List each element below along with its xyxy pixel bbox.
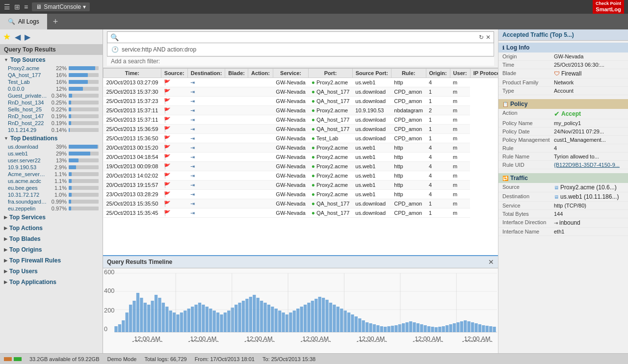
iface-name-row: Interface Name eth1	[498, 228, 628, 236]
svg-rect-50	[267, 305, 270, 332]
table-row[interactable]: 23/Oct/2013 03:28:29🚩⇥GW-Nevada● Proxy2.…	[104, 190, 498, 199]
cell-service: http	[391, 181, 426, 190]
table-row[interactable]: 25/Oct/2013 15:37:23🚩⇥GW-Nevada● QA_host…	[104, 97, 498, 106]
star-icon[interactable]: ★	[3, 31, 11, 42]
status-bar: 33.2GB available of 59.22GB Demo Mode To…	[0, 353, 628, 364]
table-row[interactable]: 20/Oct/2013 03:27:09🚩⇥GW-Nevada● Proxy2.…	[104, 78, 498, 87]
sidebar-source-item[interactable]: 0.0.0.0 12%	[0, 85, 103, 92]
log-table-container[interactable]: Time:Source:Destination:Blade:Action:Ser…	[103, 68, 498, 255]
sidebar-source-item[interactable]: RnD_host_222 0.19%	[0, 120, 103, 127]
sidebar-source-item[interactable]: RnD_host_147 0.19%	[0, 113, 103, 120]
cell-dest2: us.download	[352, 97, 391, 106]
top-services-toggle[interactable]: ▶ Top Services	[0, 212, 103, 223]
table-row[interactable]: 25/Oct/2013 15:37:30🚩⇥GW-Nevada● QA_host…	[104, 87, 498, 97]
table-column-header[interactable]: Destination:	[187, 69, 225, 78]
sidebar-dest-item[interactable]: Acme_server_int 1.1%	[0, 171, 103, 178]
forward-icon[interactable]: ▶	[25, 32, 30, 42]
table-column-header[interactable]: Port:	[309, 69, 353, 78]
cell-source-name: ● Test_Lab	[309, 134, 353, 143]
top-destinations-toggle[interactable]: ▼ Top Destinations	[0, 133, 103, 143]
cell-sp: m	[450, 106, 470, 115]
refresh-icon[interactable]: ↻	[479, 34, 484, 41]
table-row[interactable]: 25/Oct/2013 15:35:45🚩⇥GW-Nevada● QA_host…	[104, 208, 498, 218]
list-icon[interactable]: ≡	[24, 3, 28, 11]
table-column-header[interactable]: Service:	[273, 69, 308, 78]
tab-all-logs[interactable]: 🔍 All Logs	[0, 14, 47, 29]
sidebar-source-item[interactable]: 10.1.214.29 0.14%	[0, 127, 103, 133]
table-column-header[interactable]: Blade:	[225, 69, 248, 78]
table-row[interactable]: 19/Oct/2013 00:09:08🚩⇥GW-Nevada● Proxy2.…	[104, 162, 498, 171]
table-column-header[interactable]: Action:	[248, 69, 273, 78]
table-row[interactable]: 25/Oct/2013 15:37:11🚩⇥GW-Nevada● QA_host…	[104, 115, 498, 125]
top-actions-toggle[interactable]: ▶ Top Actions	[0, 223, 103, 234]
sidebar-dest-item[interactable]: us.download 39%	[0, 143, 103, 150]
cell-service: nbdatagram	[391, 106, 426, 115]
sidebar-dest-item[interactable]: 10.31.72.172 1.0%	[0, 191, 103, 198]
clock-icon: 🕐	[111, 46, 119, 53]
tab-add-button[interactable]: +	[47, 17, 64, 27]
top-firewall-rules-toggle[interactable]: ▶ Top Firewall Rules	[0, 255, 103, 266]
menu-icon[interactable]: ☰	[4, 3, 10, 11]
cell-blade	[225, 78, 248, 87]
rule-uid-link[interactable]: {B122D9B1-35D7-4150-9...	[554, 162, 620, 168]
table-column-header[interactable]: Source Port:	[352, 69, 391, 78]
grid-icon[interactable]: ⊞	[14, 3, 20, 11]
cell-dest: ⇥	[187, 181, 225, 190]
table-row[interactable]: 20/Oct/2013 14:02:02🚩⇥GW-Nevada● Proxy2.…	[104, 171, 498, 181]
sidebar-dest-item[interactable]: fra.soundgarden 0.99%	[0, 198, 103, 205]
traffic-icon: 🔁	[502, 176, 508, 181]
table-column-header[interactable]: Origin:	[426, 69, 450, 78]
sidebar-dest-item[interactable]: us.web1 29%	[0, 150, 103, 157]
table-column-header[interactable]: IP Protocol:	[470, 69, 498, 78]
sidebar-dest-item[interactable]: 10.9.190.53 2.9%	[0, 164, 103, 171]
search-box[interactable]: 🔍 ↻ ✕	[107, 31, 494, 43]
table-row[interactable]: 20/Oct/2013 00:15:20🚩⇥GW-Nevada● Proxy2.…	[104, 143, 498, 153]
cell-time: 25/Oct/2013 15:37:23	[104, 97, 161, 106]
search-input[interactable]	[121, 34, 477, 41]
table-row[interactable]: 20/Oct/2013 19:15:57🚩⇥GW-Nevada● Proxy2.…	[104, 181, 498, 190]
table-column-header[interactable]: User:	[450, 69, 470, 78]
clear-icon[interactable]: ✕	[486, 34, 491, 41]
table-column-header[interactable]: Source:	[161, 69, 187, 78]
table-column-header[interactable]: Time:	[104, 69, 161, 78]
cell-blade	[225, 190, 248, 199]
sidebar-dest-item[interactable]: user.server22 13%	[0, 157, 103, 164]
table-column-header[interactable]: Rule:	[391, 69, 426, 78]
table-row[interactable]: 25/Oct/2013 15:36:50🚩⇥GW-Nevada● Test_La…	[104, 134, 498, 143]
product-family-row: Product Family Network	[498, 78, 628, 87]
cell-action	[248, 190, 273, 199]
sidebar-dest-item[interactable]: us.acme.acdc 1.1%	[0, 178, 103, 184]
svg-rect-41	[235, 305, 237, 332]
query-top-results-header[interactable]: Query Top Results	[0, 44, 103, 55]
sidebar-source-item[interactable]: Guest_private_1 0.34%	[0, 92, 103, 99]
sidebar-source-item[interactable]: Test_Lab 16%	[0, 78, 103, 85]
timeline-panel: Query Results Timeline ✕ 600 400 200 0 1…	[103, 255, 498, 353]
cell-sp: m	[450, 208, 470, 218]
top-users-toggle[interactable]: ▶ Top Users	[0, 266, 103, 277]
table-row[interactable]: 25/Oct/2013 15:37:11🚩⇥GW-Nevada● Proxy2.…	[104, 106, 498, 115]
sidebar-dest-item[interactable]: eu.bee.gees 1.1%	[0, 184, 103, 191]
table-row[interactable]: 25/Oct/2013 15:36:59🚩⇥GW-Nevada● QA_host…	[104, 125, 498, 134]
sidebar-source-item[interactable]: RnD_host_134 0.25%	[0, 99, 103, 106]
sidebar-source-item[interactable]: QA_host_177 16%	[0, 72, 103, 78]
timeline-header: Query Results Timeline ✕	[103, 256, 498, 268]
top-sources-toggle[interactable]: ▼ Top Sources	[0, 55, 103, 65]
table-row[interactable]: 25/Oct/2013 15:35:50🚩⇥GW-Nevada● QA_host…	[104, 199, 498, 208]
smartconsole-button[interactable]: 🖥 SmartConsole ▾	[32, 2, 90, 11]
svg-rect-72	[347, 312, 350, 332]
back-icon[interactable]: ◀	[15, 32, 21, 42]
sidebar-source-item[interactable]: Sells_host_25 0.22%	[0, 106, 103, 113]
svg-rect-76	[362, 320, 365, 332]
table-row[interactable]: 20/Oct/2013 04:18:54🚩⇥GW-Nevada● Proxy2.…	[104, 153, 498, 162]
timeline-close-button[interactable]: ✕	[488, 258, 494, 266]
top-blades-toggle[interactable]: ▶ Top Blades	[0, 234, 103, 244]
top-origins-toggle[interactable]: ▶ Top Origins	[0, 244, 103, 255]
cell-dest: ⇥	[187, 199, 225, 208]
cell-blade	[225, 153, 248, 162]
sidebar-source-item[interactable]: Proxy2.acme 22%	[0, 65, 103, 72]
top-applications-toggle[interactable]: ▶ Top Applications	[0, 277, 103, 287]
recent-query-text[interactable]: service:http AND action:drop	[122, 46, 196, 53]
timeline-title: Query Results Timeline	[107, 259, 172, 265]
sidebar-dest-item[interactable]: eu.zeppelin 0.97%	[0, 205, 103, 212]
svg-rect-107	[474, 323, 477, 332]
